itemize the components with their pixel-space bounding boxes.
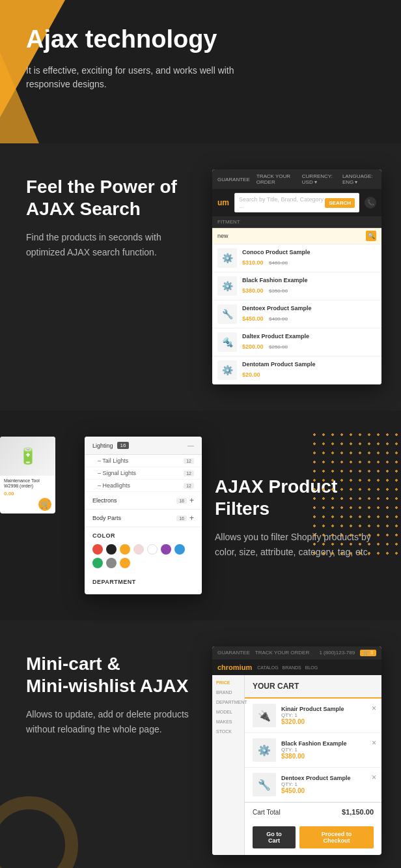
color-swatch-green[interactable] bbox=[92, 558, 103, 568]
filter-body-parts[interactable]: Body Parts 16 + bbox=[85, 510, 202, 527]
filter-electrons[interactable]: Electrons 18 + bbox=[85, 492, 202, 510]
mockup-search-button[interactable]: SEARCH bbox=[325, 198, 355, 208]
search-result-item[interactable]: ⚙️ Black Fashion Example $380.00 $350.00 bbox=[212, 272, 381, 300]
sidebar-item-3[interactable]: DEPARTMENT bbox=[215, 699, 242, 706]
topbar-track: TRACK YOUR ORDER bbox=[256, 173, 296, 185]
result-name-3: Dentoex Product Sample bbox=[242, 305, 376, 311]
result-name-1: Conoco Product Sample bbox=[242, 249, 376, 255]
lighting-label: Lighting bbox=[92, 442, 113, 449]
result-info-1: Conoco Product Sample $310.00 $460.00 bbox=[242, 249, 376, 267]
minicart-text: Mini-cart & Mini-wishlist AJAX Allows to… bbox=[26, 646, 199, 736]
mockup-search-bar[interactable]: Search by Title, Brand, Category ... SEA… bbox=[234, 193, 359, 212]
minicart-topbar: GUARANTEE TRACK YOUR ORDER 1 (800)123-78… bbox=[212, 646, 381, 659]
nav-brands[interactable]: BRANDS bbox=[283, 665, 301, 670]
cart-content: YOUR CART 🔌 Kinair Product Sample QTY: 1… bbox=[245, 675, 381, 855]
body-parts-count: 16 bbox=[176, 515, 187, 521]
hero-section: Ajax technology It is effective, excitin… bbox=[0, 0, 401, 143]
result-icon-5: ⚙️ bbox=[217, 360, 237, 380]
ajax-search-desc: Find the products in seconds with optimi… bbox=[26, 230, 199, 259]
color-swatch-pink[interactable] bbox=[133, 544, 144, 555]
signal-lights-label: – Signal Lights bbox=[98, 470, 136, 476]
active-search-bar[interactable]: new 🔍 bbox=[212, 228, 381, 244]
filter-signal-lights[interactable]: – Signal Lights 12 bbox=[85, 467, 202, 480]
cart-item-price-3: $450.00 bbox=[281, 787, 374, 794]
search-result-item[interactable]: ⚙️ Conoco Product Sample $310.00 $460.00 bbox=[212, 244, 381, 272]
result-icon-3: 🔧 bbox=[217, 304, 237, 324]
color-swatch-black[interactable] bbox=[106, 544, 117, 555]
hero-title: Ajax technology bbox=[26, 26, 381, 53]
minicart-topbar-track: TRACK YOUR ORDER bbox=[255, 650, 309, 656]
search-result-item[interactable]: 🔧 Dentoex Product Sample $450.00 $400.00 bbox=[212, 300, 381, 328]
product-strip-price: 0.00 bbox=[4, 491, 51, 497]
search-input-value: new bbox=[217, 233, 363, 239]
search-active-icon: 🔍 bbox=[366, 231, 376, 241]
cart-item-qty-3: QTY: 1 bbox=[281, 781, 374, 787]
cart-layout: PRICE BRAND DEPARTMENT MODEL MAKES STOCK… bbox=[212, 675, 381, 855]
minicart-topbar-guarantee: GUARANTEE bbox=[217, 650, 250, 656]
nav-catalog[interactable]: CATALOG bbox=[257, 665, 278, 670]
filter-lighting-header[interactable]: Lighting 16 — bbox=[85, 437, 202, 455]
result-info-4: Daltex Product Example $200.00 $250.00 bbox=[242, 333, 376, 351]
color-section-title: COLOR bbox=[85, 527, 202, 542]
proceed-to-checkout-button[interactable]: Proceed to Checkout bbox=[299, 826, 374, 848]
ajax-search-title: Feel the Power of AJAX Search bbox=[26, 176, 199, 220]
headlights-count: 12 bbox=[184, 483, 194, 489]
sidebar-item-6[interactable]: STOCK bbox=[215, 728, 242, 735]
cart-total-amount: $1,150.00 bbox=[342, 808, 374, 816]
topbar-currency: CURRENCY: USD ▾ bbox=[302, 173, 336, 185]
search-result-item[interactable]: 🔩 Daltex Product Example $200.00 $250.00 bbox=[212, 328, 381, 356]
ajax-search-section: Feel the Power of AJAX Search Find the p… bbox=[0, 143, 401, 411]
result-icon-4: 🔩 bbox=[217, 332, 237, 352]
remove-item-2-icon[interactable]: × bbox=[372, 738, 376, 747]
ajax-filters-section: 🔋 Maintenance Tool W2998 (order) 0.00 🛒 … bbox=[0, 411, 401, 620]
sidebar-item-2[interactable]: BRAND bbox=[215, 689, 242, 696]
result-price-new-1: $310.00 bbox=[242, 259, 264, 266]
filter-tail-lights[interactable]: – Tail Lights 12 bbox=[85, 455, 202, 467]
color-swatch-purple[interactable] bbox=[161, 544, 171, 555]
product-strip-name: Maintenance Tool W2998 (order) bbox=[4, 478, 51, 489]
sidebar-nav: PRICE BRAND DEPARTMENT MODEL MAKES STOCK bbox=[212, 675, 245, 855]
tab-fitment[interactable]: FITMENT bbox=[217, 219, 240, 225]
electrons-count: 18 bbox=[176, 498, 187, 504]
sidebar-item-4[interactable]: MODEL bbox=[215, 708, 242, 716]
minicart-nav: CATALOG BRANDS BLOG bbox=[257, 665, 318, 670]
filter-headlights[interactable]: – Headlights 12 bbox=[85, 480, 202, 492]
filters-mockup: Lighting 16 — – Tail Lights 12 – Signal … bbox=[85, 437, 202, 594]
search-result-item[interactable]: ⚙️ Dentotam Product Sample $20.00 bbox=[212, 356, 381, 384]
sidebar-item-1[interactable]: PRICE bbox=[215, 679, 242, 686]
color-swatch-blue[interactable] bbox=[174, 544, 185, 555]
color-swatch-red[interactable] bbox=[92, 544, 103, 555]
add-to-cart-icon[interactable]: 🛒 bbox=[38, 498, 51, 511]
result-info-3: Dentoex Product Sample $450.00 $400.00 bbox=[242, 305, 376, 323]
cart-item-name-1: Kinair Product Sample bbox=[281, 706, 374, 712]
plus-icon-electrons: + bbox=[189, 496, 194, 505]
plus-icon-body: + bbox=[189, 514, 194, 523]
search-mockup: GUARANTEE TRACK YOUR ORDER CURRENCY: USD… bbox=[212, 169, 381, 384]
cart-badge: 🛒 3 bbox=[360, 650, 376, 656]
result-price-new-5: $20.00 bbox=[242, 371, 260, 378]
cart-item-info-3: Dentoex Product Sample QTY: 1 $450.00 bbox=[281, 775, 374, 794]
collapse-icon[interactable]: — bbox=[187, 442, 194, 449]
nav-blog[interactable]: BLOG bbox=[305, 665, 318, 670]
body-parts-label: Body Parts bbox=[92, 515, 121, 521]
circle-decoration bbox=[0, 796, 78, 868]
cart-header: YOUR CART bbox=[245, 675, 381, 699]
result-price-old-2: $350.00 bbox=[269, 288, 288, 294]
remove-item-3-icon[interactable]: × bbox=[372, 773, 376, 782]
minicart-section: Mini-cart & Mini-wishlist AJAX Allows to… bbox=[0, 620, 401, 868]
color-swatch-yellow[interactable] bbox=[120, 544, 130, 555]
phone-icon: 📞 bbox=[365, 197, 376, 209]
go-to-cart-button[interactable]: Go to Cart bbox=[253, 826, 296, 848]
result-icon-2: ⚙️ bbox=[217, 276, 237, 296]
color-swatch-white[interactable] bbox=[147, 544, 158, 555]
remove-item-1-icon[interactable]: × bbox=[372, 704, 376, 713]
color-swatch-orange[interactable] bbox=[120, 558, 130, 568]
product-strip-info: Maintenance Tool W2998 (order) 0.00 🛒 bbox=[0, 476, 55, 514]
product-strip-image: 🔋 bbox=[0, 437, 55, 476]
color-swatch-gray[interactable] bbox=[106, 558, 117, 568]
cart-item-info-1: Kinair Product Sample QTY: 1 $320.00 bbox=[281, 706, 374, 725]
sidebar-item-5[interactable]: MAKES bbox=[215, 718, 242, 725]
topbar-language: LANGUAGE: ENG ▾ bbox=[342, 173, 376, 185]
cart-buttons: Go to Cart Proceed to Checkout bbox=[245, 821, 381, 855]
result-price-new-4: $200.00 bbox=[242, 343, 264, 350]
